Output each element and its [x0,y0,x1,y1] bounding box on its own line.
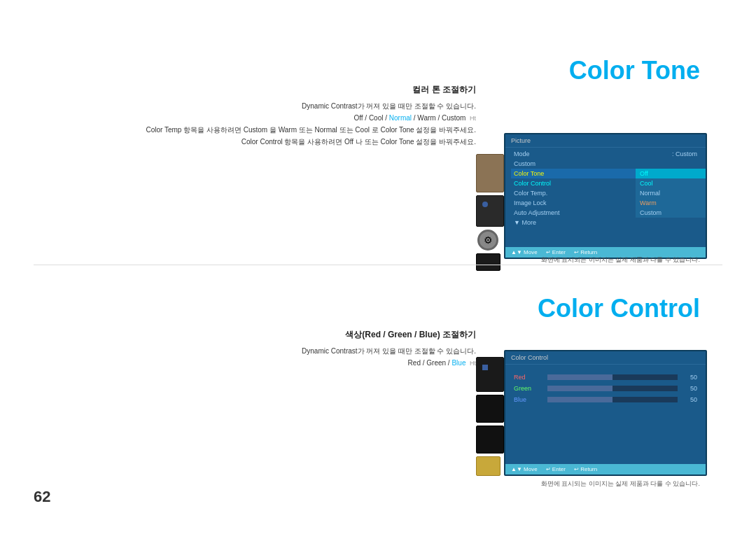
color-control-rows: Red 50 Green 50 Blue [505,365,706,412]
blue-bar-container [547,397,678,402]
screen-header-top: Picture [505,134,706,148]
device-box-dark [476,195,504,227]
device-box-b3 [476,426,504,454]
color-control-heading-jp: 색상(Red / Green / Blue) 조절하기 [98,329,476,341]
color-control-screen: Color Control Red 50 Green 50 [504,350,707,476]
color-control-note: 화면에 표시되는 이미지는 실제 제품과 다를 수 있습니다. [541,479,700,489]
green-bar-container [547,386,678,391]
menu-item-mode: Mode : Custom [511,149,700,159]
device-box-b1 [476,357,504,392]
device-box-small [476,253,500,271]
row-green: Green 50 [505,383,706,394]
red-bar-container [547,374,678,380]
device-box-tan [476,154,504,192]
green-bar [547,386,612,391]
color-tone-text-block: 컬러 톤 조절하기 Dynamic Contrast가 꺼져 있을 때만 조절할… [98,84,476,148]
color-tone-screen: Picture Mode : Custom Custom Color Tone … [504,133,707,259]
color-control-section: Color Control 색상(Red / Green / Blue) 조절하… [0,273,756,511]
device-box-gold [476,456,500,476]
blue-bar [547,397,612,402]
color-tone-note: 화면에 표시되는 이미지는 실제 제품과 다를 수 있습니다. [541,255,700,265]
submenu-off: Off [636,169,706,178]
menu-item-more: ▼ More [511,218,700,227]
color-tone-submenu: Off Cool Normal Warm Custom [636,169,706,218]
screen-footer-bottom: ▲▼ Move ↵ Enter ↩ Return [505,464,706,475]
color-tone-title: Color Tone [569,56,700,85]
row-red: Red 50 [505,372,706,383]
color-tone-line2: Off / Cool / Normal / Warm / Custom Ht [98,112,476,124]
page-number: 62 [34,488,50,506]
submenu-warm: Warm [636,198,706,208]
color-control-line2: Red / Green / Blue Ht [98,357,476,369]
color-tone-line4: Color Control 항목을 사용하려면 Off 나 또는 Color T… [98,136,476,148]
color-tone-heading-jp: 컬러 톤 조절하기 [98,84,476,96]
red-bar [547,374,612,380]
menu-item-custom: Custom [511,159,700,169]
menu-item-color-tone: Color Tone Off Cool Normal Warm Custom [511,169,700,178]
device-indicator [482,365,488,370]
section-divider [34,265,722,265]
submenu-normal: Normal [636,188,706,198]
color-control-monitor: Color Control Red 50 Green 50 [476,350,707,490]
submenu-custom: Custom [636,208,706,218]
color-tone-monitor: ⚙ Picture Mode : Custom Custom Color Ton… [476,133,707,273]
device-box-b2 [476,395,504,423]
screen-header-bottom: Color Control [505,351,706,365]
color-control-text-block: 색상(Red / Green / Blue) 조절하기 Dynamic Cont… [98,329,476,369]
color-control-line1: Dynamic Contrast가 꺼져 있을 때만 조절할 수 있습니다. [98,345,476,357]
color-tone-line3: Color Temp 항목을 사용하려면 Custom 을 Warm 또는 No… [98,124,476,136]
row-blue: Blue 50 [505,394,706,405]
menu-list-top: Mode : Custom Custom Color Tone Off Cool… [505,148,706,229]
submenu-cool: Cool [636,178,706,188]
color-tone-section: Color Tone 컬러 톤 조절하기 Dynamic Contrast가 꺼… [0,42,756,266]
color-control-title: Color Control [538,294,700,323]
color-tone-line1: Dynamic Contrast가 꺼져 있을 때만 조절할 수 있습니다. [98,100,476,112]
device-gear: ⚙ [477,230,498,251]
